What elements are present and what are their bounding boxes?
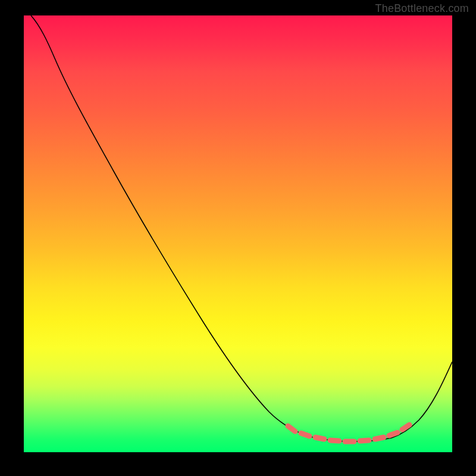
watermark-text: TheBottleneck.com (375, 2, 469, 15)
optimal-zone-ticks (288, 425, 409, 441)
plot-area (24, 15, 452, 452)
bottleneck-curve (31, 15, 452, 441)
chart-svg (24, 15, 452, 452)
